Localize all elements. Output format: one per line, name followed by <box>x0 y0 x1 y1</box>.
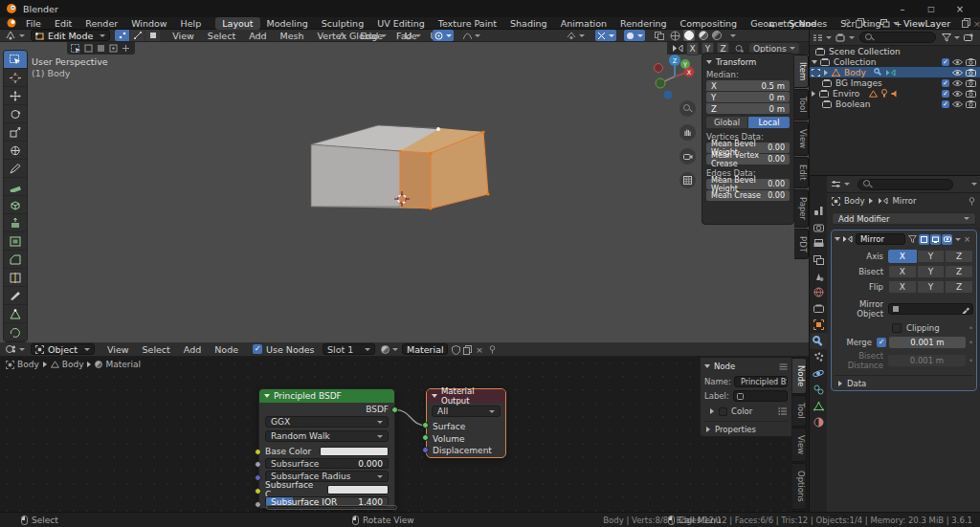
axis-y-toggle[interactable]: Y <box>917 250 946 263</box>
material-browse-dropdown[interactable] <box>381 345 398 354</box>
node-canvas[interactable] <box>0 357 809 512</box>
ortho-toggle-button[interactable] <box>679 172 696 188</box>
tab-physics[interactable] <box>810 365 827 382</box>
snap-with-icon[interactable] <box>97 44 106 53</box>
modifier-mask-icon[interactable] <box>908 235 917 244</box>
node-properties-row[interactable]: Properties <box>704 421 788 433</box>
select-mode-face[interactable] <box>145 30 160 41</box>
socket-displacement-input[interactable] <box>422 447 429 453</box>
origins-icon[interactable] <box>109 44 119 53</box>
snap-target-icon[interactable] <box>734 44 745 53</box>
outliner-row-boolean[interactable]: Boolean ✓ <box>810 99 980 109</box>
shader-type-dropdown[interactable]: Object <box>31 343 95 355</box>
tab-output[interactable] <box>810 235 827 252</box>
mode-dropdown[interactable]: Edit Mode <box>31 30 110 41</box>
zoom-button[interactable] <box>679 100 696 117</box>
output-target-dropdown[interactable]: All <box>432 406 501 417</box>
properties-editor-icon[interactable] <box>831 180 841 188</box>
use-nodes-checkbox[interactable]: ✓ <box>253 344 262 354</box>
eye-icon[interactable] <box>952 90 963 98</box>
xray-toggle[interactable] <box>655 32 664 40</box>
bisect-y-toggle[interactable]: Y <box>917 265 946 278</box>
vp-menu-add[interactable]: Add <box>242 31 273 41</box>
minimize-button[interactable]: – <box>888 4 917 14</box>
maximize-button[interactable]: □ <box>917 5 946 13</box>
se-menu-view[interactable]: View <box>100 344 136 355</box>
eye-icon[interactable] <box>952 69 963 77</box>
median-y-field[interactable]: Y0 m <box>706 92 790 102</box>
workspace-tab-modeling[interactable]: Modeling <box>260 18 315 29</box>
vp-menu-mesh[interactable]: Mesh <box>274 31 311 41</box>
tab-object[interactable] <box>810 317 827 333</box>
editor-type-shader-icon[interactable] <box>5 344 16 354</box>
socket-subsurface-ior[interactable] <box>255 501 261 508</box>
vp-menu-select[interactable]: Select <box>201 31 242 41</box>
workspace-tab-compositing[interactable]: Compositing <box>674 18 745 29</box>
editor-type-3d-icon[interactable] <box>5 31 16 40</box>
filter-funnel-icon[interactable] <box>942 33 951 42</box>
slot-dropdown[interactable]: Slot 1 <box>323 343 375 355</box>
socket-subsurface[interactable] <box>255 461 261 468</box>
remove-viewlayer-icon[interactable]: × <box>973 18 980 29</box>
menu-window[interactable]: Window <box>124 18 173 29</box>
active-tool-icon[interactable] <box>71 44 81 53</box>
tool-loop-cut[interactable] <box>4 269 27 287</box>
tool-measure[interactable] <box>4 178 27 196</box>
select-mode-edge[interactable] <box>130 30 145 41</box>
copy-material-icon[interactable] <box>463 345 472 355</box>
tab-pdt[interactable]: PDT <box>794 229 809 260</box>
breadcrumb-object[interactable]: Body <box>844 196 864 206</box>
snap-dropdown[interactable] <box>404 32 421 40</box>
mean-crease-field[interactable]: Mean Crease0.00 <box>706 190 790 201</box>
merge-checkbox[interactable]: ✓ <box>877 338 886 347</box>
tab-shader-tool[interactable]: Tool <box>792 395 807 427</box>
tab-item[interactable]: Item <box>794 55 809 88</box>
close-button[interactable]: × <box>946 4 974 14</box>
tab-data[interactable] <box>810 398 827 414</box>
merge-threshold-field[interactable]: 0.001 m <box>889 337 966 348</box>
tab-scene[interactable] <box>810 268 827 284</box>
shading-wireframe-button[interactable] <box>670 31 680 41</box>
tab-modifiers[interactable] <box>810 333 827 349</box>
vp-menu-view[interactable]: View <box>166 31 201 41</box>
output-node-header[interactable]: Material Output <box>427 389 505 403</box>
camera-render-icon[interactable] <box>966 100 976 108</box>
proportional-edit-toggle[interactable] <box>433 30 454 41</box>
pan-hand-button[interactable] <box>679 124 696 141</box>
eye-icon[interactable] <box>952 79 963 87</box>
flip-x-toggle[interactable]: X <box>888 280 917 294</box>
pin-icon[interactable] <box>488 345 497 354</box>
orientation-dropdown[interactable]: Global <box>338 31 387 41</box>
viewlayer-selector[interactable]: ViewLayer × <box>880 18 980 29</box>
tab-tool[interactable]: Tool <box>794 89 809 121</box>
clipping-checkbox[interactable] <box>892 323 902 333</box>
new-viewlayer-icon[interactable] <box>962 18 970 28</box>
tool-move[interactable] <box>4 87 27 105</box>
socket-bsdf-output[interactable] <box>391 406 398 413</box>
workspace-tab-uv-editing[interactable]: UV Editing <box>370 18 432 29</box>
workspace-tab-layout[interactable]: Layout <box>215 17 259 30</box>
node-color-checkbox[interactable] <box>719 407 727 416</box>
camera-render-icon[interactable] <box>966 58 976 66</box>
node-color-row[interactable]: Color <box>704 406 788 416</box>
add-modifier-dropdown[interactable]: Add Modifier <box>832 212 976 225</box>
node-principled-bsdf[interactable]: Principled BSDF BSDF GGX Random Walk Bas… <box>258 388 395 509</box>
bisect-x-toggle[interactable]: X <box>888 265 917 278</box>
subsurface-slider[interactable]: Subsurface0.000 <box>265 458 389 469</box>
collection-checkbox[interactable]: ✓ <box>942 90 949 98</box>
bisect-z-toggle[interactable]: Z <box>945 265 973 278</box>
camera-render-icon[interactable] <box>966 79 976 87</box>
shading-material-button[interactable] <box>699 31 708 40</box>
mean-vertex-crease-field[interactable]: Mean Vertex Crease0.00 <box>706 154 790 165</box>
tab-material[interactable] <box>810 414 827 430</box>
tool-bevel[interactable] <box>4 251 27 269</box>
modifier-editmode-toggle[interactable] <box>919 234 929 245</box>
tab-collection[interactable] <box>810 300 827 317</box>
transform-panel-header[interactable]: Transform <box>706 56 790 68</box>
distribution-dropdown[interactable]: GGX <box>265 416 389 428</box>
tool-poly-build[interactable] <box>4 305 27 323</box>
socket-volume-input[interactable] <box>422 434 429 441</box>
median-z-field[interactable]: Z0 m <box>706 103 790 114</box>
collection-checkbox[interactable]: ✓ <box>942 58 949 66</box>
workspace-tab-sculpting[interactable]: Sculpting <box>315 18 370 29</box>
